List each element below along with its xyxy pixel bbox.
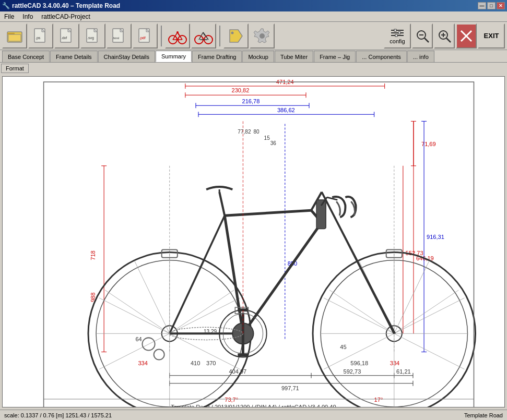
title-bar: 🔧 rattleCAD 3.4.00.40 – Template Road — … [0,0,507,11]
tag-btn[interactable] [223,23,249,49]
svg-text:596,18: 596,18 [350,360,368,366]
tab-frame-jig[interactable]: Frame – Jig [314,51,356,62]
svg-text:.svg: .svg [87,36,94,40]
postscript-btn[interactable]: .ps [28,23,53,49]
svg-text:410: 410 [191,360,200,366]
format-label-row: Format [1,63,506,75]
toolbar-right: config [384,23,505,49]
open-folder-btn[interactable] [2,23,27,49]
svg-text:36: 36 [270,140,277,146]
drawing-area: 230,82 471,24 216,78 386,62 [2,76,505,407]
separator-1 [161,26,162,46]
menu-file[interactable]: File [2,12,16,21]
menu-bar: File Info rattleCAD-Project [0,11,507,22]
svg-rect-166 [238,354,248,357]
svg-rect-38 [394,29,396,31]
tab-info[interactable]: ... info [407,51,434,62]
svg-text:718: 718 [90,250,96,260]
svg-text:.dxf: .dxf [61,36,67,40]
svg-rect-2 [8,34,21,41]
svg-text:334: 334 [138,360,147,366]
title-bar-controls: — □ ✕ [478,2,505,9]
tab-tube-miter[interactable]: Tube Miter [275,51,313,62]
svg-btn[interactable]: .svg [80,23,105,49]
bike-svg: 230,82 471,24 216,78 386,62 [3,77,504,407]
app-icon: 🔧 [2,2,10,9]
svg-text:216,78: 216,78 [242,98,260,104]
svg-line-47 [446,38,451,42]
menu-rattlecad-project[interactable]: rattleCAD-Project [39,12,92,21]
tab-frame-details[interactable]: Frame Details [50,51,97,62]
format-tab-label[interactable]: Format [1,64,29,73]
title-bar-left: 🔧 rattleCAD 3.4.00.40 – Template Road [2,2,120,9]
tab-components[interactable]: ... Components [356,51,407,62]
svg-text:334: 334 [390,360,399,366]
svg-text:.pdf: .pdf [139,36,146,40]
svg-rect-50 [17,77,489,407]
svg-text:.html: .html [112,37,119,40]
svg-text:386,62: 386,62 [277,107,295,113]
svg-rect-155 [316,200,326,229]
workspace: Format 230,82 471,24 [0,63,507,410]
svg-text:15: 15 [264,135,270,141]
dxf-btn[interactable]: .dxf [54,23,79,49]
zoom-in-btn[interactable] [434,23,455,49]
svg-text:230,82: 230,82 [231,87,249,93]
svg-line-43 [425,38,429,42]
minimize-button[interactable]: — [478,2,486,9]
bike-view-btn[interactable] [165,23,190,49]
html-btn[interactable]: .html [107,23,132,49]
svg-text:Template Road  /  2013/01/1200: Template Road / 2013/01/1200 / (DIN A4) … [171,404,336,407]
close-x-btn[interactable] [456,23,477,49]
config-label: config [390,38,405,44]
svg-text:916,31: 916,31 [427,234,444,240]
settings-btn[interactable] [250,23,275,49]
menu-info[interactable]: Info [20,12,35,21]
exit-btn[interactable]: EXIT [478,23,505,49]
svg-text:592,73: 592,73 [343,368,361,375]
project-name: Template Road [464,412,503,418]
separator-2 [219,26,220,46]
status-bar: scale: 0.1337 / 0.76 [m] 1251.43 / 1575.… [0,410,507,420]
tab-mockup[interactable]: Mockup [242,51,274,62]
svg-point-32 [231,31,234,34]
svg-text:45: 45 [340,344,346,350]
svg-text:61,21: 61,21 [396,368,411,375]
tab-summary[interactable]: Summary [156,51,192,62]
svg-text:71,69: 71,69 [421,141,436,147]
config-btn[interactable]: config [384,23,411,49]
svg-text:77,82: 77,82 [238,129,251,135]
window-title: rattleCAD 3.4.00.40 – Template Road [12,2,120,9]
svg-marker-31 [230,30,242,42]
svg-text:17°: 17° [374,397,383,403]
svg-rect-40 [395,34,397,37]
exit-label: EXIT [484,32,499,40]
svg-point-34 [260,33,265,39]
scale-info: scale: 0.1337 / 0.76 [m] 1251.43 / 1575.… [4,412,112,418]
svg-text:.ps: .ps [36,36,41,40]
toolbar: .ps .dxf .svg .html [0,22,507,50]
tab-bar: Base Concept Frame Details ChainStay Det… [0,50,507,63]
bike-side-btn[interactable] [191,23,216,49]
svg-text:370: 370 [206,360,216,366]
zoom-out-btn[interactable] [412,23,433,49]
close-window-button[interactable]: ✕ [497,2,505,9]
svg-text:64: 64 [135,336,142,342]
tab-frame-drafting[interactable]: Frame Drafting [192,51,242,62]
svg-text:73,7°: 73,7° [225,397,238,403]
tab-base-concept[interactable]: Base Concept [2,51,50,62]
maximize-button[interactable]: □ [487,2,496,9]
tab-chainstay-details[interactable]: ChainStay Details [98,51,155,62]
svg-rect-39 [398,32,400,34]
svg-text:80: 80 [254,129,260,135]
svg-text:997,71: 997,71 [281,385,299,391]
pdf-btn[interactable]: .pdf [133,23,158,49]
svg-point-24 [176,31,179,33]
